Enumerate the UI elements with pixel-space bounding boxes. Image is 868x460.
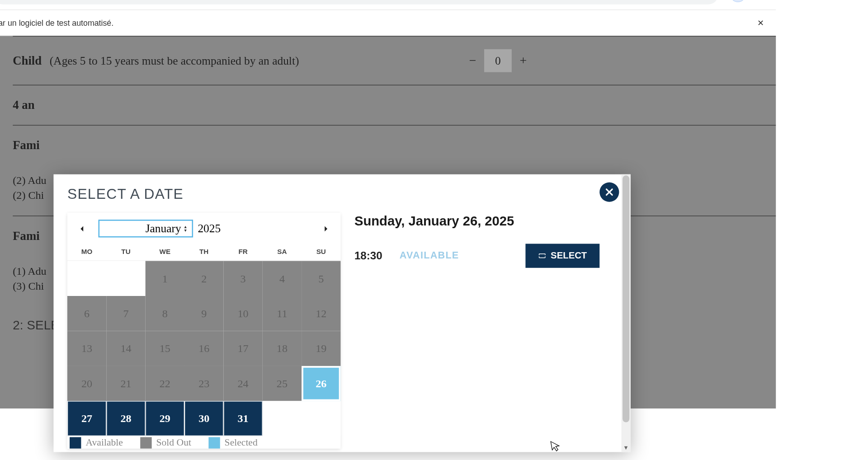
- next-month-button[interactable]: [316, 225, 335, 233]
- month-select[interactable]: January ▲▼: [99, 220, 193, 237]
- dow-label: SA: [263, 248, 302, 256]
- calendar-day-29[interactable]: 29: [146, 401, 184, 436]
- calendar-day-1: 1: [146, 261, 184, 296]
- chevron-left-icon: [78, 225, 86, 233]
- timeslot-select-button[interactable]: SELECT: [525, 244, 599, 268]
- dow-label: TH: [184, 248, 223, 256]
- legend-selected: Selected: [225, 437, 258, 448]
- modal-scrollbar[interactable]: ▼: [621, 174, 630, 452]
- calendar-day-18: 18: [263, 331, 302, 366]
- calendar-day-6: 6: [67, 296, 106, 331]
- calendar-day-24: 24: [223, 366, 262, 401]
- modal-close-button[interactable]: [599, 183, 619, 202]
- chevron-right-icon: [322, 225, 330, 233]
- calendar-cell-empty: [302, 401, 340, 436]
- modal-title: SELECT A DATE: [67, 186, 341, 202]
- svg-point-8: [544, 255, 546, 257]
- calendar-day-7: 7: [106, 296, 145, 331]
- calendar-day-28[interactable]: 28: [106, 401, 145, 436]
- calendar-day-15: 15: [146, 331, 184, 366]
- close-icon: [604, 186, 615, 197]
- month-label: January: [146, 222, 181, 235]
- calendar-day-12: 12: [302, 296, 340, 331]
- dow-label: SU: [302, 248, 340, 256]
- prev-month-button[interactable]: [73, 225, 92, 233]
- legend-soldout: Sold Out: [156, 437, 191, 448]
- svg-rect-6: [539, 254, 545, 258]
- calendar-day-22: 22: [146, 366, 184, 401]
- sort-icon: ▲▼: [184, 225, 188, 232]
- svg-point-7: [538, 255, 540, 257]
- ticket-icon: [538, 252, 546, 260]
- calendar-day-30[interactable]: 30: [184, 401, 223, 436]
- calendar: January ▲▼ 2025 MOTUWETHFRSASU 12345: [67, 213, 341, 449]
- calendar-day-2: 2: [184, 261, 223, 296]
- calendar-cell-empty: [106, 261, 145, 296]
- dow-label: FR: [223, 248, 262, 256]
- calendar-day-4: 4: [263, 261, 302, 296]
- calendar-day-25: 25: [263, 366, 302, 401]
- timeslot-status: AVAILABLE: [400, 250, 459, 261]
- scrollbar-down-button[interactable]: ▼: [621, 443, 630, 452]
- dow-label: MO: [67, 248, 106, 256]
- calendar-day-11: 11: [263, 296, 302, 331]
- calendar-day-31[interactable]: 31: [223, 401, 262, 436]
- automation-banner: Chrome est contrôlé par un logiciel de t…: [0, 10, 776, 36]
- legend-soldout-swatch: [140, 437, 151, 448]
- dow-label: WE: [146, 248, 184, 256]
- legend-available-swatch: [70, 437, 81, 448]
- calendar-day-21: 21: [106, 366, 145, 401]
- calendar-day-9: 9: [184, 296, 223, 331]
- calendar-day-19: 19: [302, 331, 340, 366]
- dow-label: TU: [106, 248, 145, 256]
- timeslot-select-label: SELECT: [551, 251, 587, 261]
- calendar-cell-empty: [67, 261, 106, 296]
- calendar-day-13: 13: [67, 331, 106, 366]
- year-label: 2025: [198, 222, 221, 235]
- scrollbar-thumb[interactable]: [623, 175, 629, 422]
- calendar-day-14: 14: [106, 331, 145, 366]
- calendar-day-3: 3: [223, 261, 262, 296]
- calendar-day-8: 8: [146, 296, 184, 331]
- legend-available: Available: [86, 437, 123, 448]
- calendar-day-23: 23: [184, 366, 223, 401]
- calendar-day-26[interactable]: 26: [302, 366, 340, 401]
- profile-button[interactable]: [730, 0, 746, 2]
- url-input[interactable]: tickets.wbstudiotour.co.uk/webstore/shop…: [0, 0, 718, 4]
- address-bar: tickets.wbstudiotour.co.uk/webstore/shop…: [0, 0, 776, 10]
- calendar-day-5: 5: [302, 261, 340, 296]
- calendar-cell-empty: [263, 401, 302, 436]
- selected-date-heading: Sunday, January 26, 2025: [354, 213, 599, 229]
- calendar-day-16: 16: [184, 331, 223, 366]
- legend-selected-swatch: [208, 437, 220, 448]
- date-picker-modal: SELECT A DATE January ▲▼ 2025: [53, 174, 630, 452]
- page-viewport: Child (Ages 5 to 15 years must be accomp…: [0, 36, 776, 408]
- calendar-day-20: 20: [67, 366, 106, 401]
- calendar-day-27[interactable]: 27: [67, 401, 106, 436]
- timeslot-time: 18:30: [354, 249, 382, 262]
- timeslot-row: 18:30 AVAILABLE SELECT: [354, 244, 599, 268]
- calendar-day-10: 10: [223, 296, 262, 331]
- banner-close-button[interactable]: ✕: [757, 18, 764, 27]
- calendar-day-17: 17: [223, 331, 262, 366]
- automation-message: Chrome est contrôlé par un logiciel de t…: [0, 18, 113, 27]
